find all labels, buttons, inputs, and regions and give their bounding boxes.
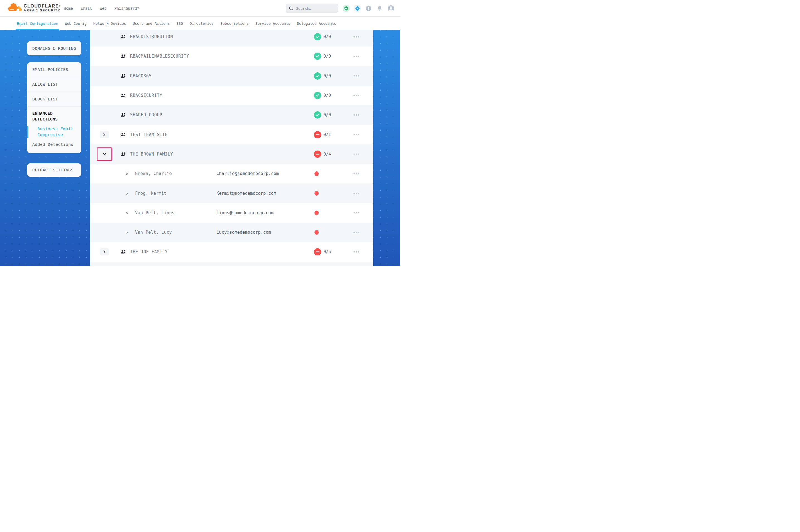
group-people-icon [121,54,126,58]
table-row-member[interactable]: > Van Pelt, Lucy Lucy@somedemocorp.com [90,223,373,242]
status-badge [314,131,321,138]
member-email: Lucy@somedemocorp.com [216,230,271,235]
expand-toggle-button[interactable] [100,131,109,138]
member-count: 0/5 [323,249,331,254]
table-row-group[interactable]: RBACO365 0/0 [90,66,373,86]
group-people-icon [121,250,126,254]
cloudflare-logo[interactable]: CLOUDFLARE® AREA 1 SECURITY [7,2,61,13]
table-row-group[interactable]: THE JOE FAMILY 0/5 [90,242,373,262]
tab[interactable]: Service Accounts [255,17,290,30]
nav-item[interactable]: PhishGuard™ [114,6,139,11]
member-name: Van Pelt, Linus [135,210,175,215]
row-menu-icon[interactable] [353,173,359,174]
member-name: Frog, Kermit [135,191,167,196]
sidebar-item-block-list[interactable]: BLOCK LIST [27,92,81,107]
tab[interactable]: Delegated Accounts [297,17,336,30]
brand-line2: AREA 1 SECURITY [24,8,61,13]
expand-toggle-button[interactable] [100,151,109,158]
member-caret-icon[interactable]: > [126,230,128,234]
sidebar-item-business-email-compromise[interactable]: Business Email Compromise [27,126,77,138]
table-row-group[interactable]: RBACDISTRUBUTION 0/0 [90,30,373,46]
top-header: CLOUDFLARE® AREA 1 SECURITY Home Email W… [0,0,400,17]
member-count: 0/0 [323,54,331,59]
nav-item[interactable]: Web [100,6,106,11]
search-box[interactable] [286,4,338,13]
group-name: SHARED_GROUP [130,112,162,117]
table-row-group[interactable]: THE BROWN FAMILY 0/4 [90,145,373,164]
content-area: DOMAINS & ROUTING EMAIL POLICIES ALLOW L… [0,30,400,266]
member-status-dot [314,171,319,176]
row-menu-icon[interactable] [353,134,359,135]
groups-table-panel: RBACDISTRUBUTION 0/0 RBACM [90,30,373,266]
group-name: RBACMAILENABLESECURITY [130,54,189,59]
user-avatar-icon[interactable] [387,5,395,12]
sidebar-item-allow-list[interactable]: ALLOW LIST [27,77,81,92]
groups-table-rows: RBACDISTRUBUTION 0/0 RBACM [90,30,373,266]
status-badge [314,151,321,158]
table-row-group[interactable]: SHARED_GROUP 0/0 [90,105,373,125]
tab[interactable]: Directories [190,17,214,30]
group-name: THE JOE FAMILY [130,249,168,254]
group-people-icon [121,132,126,137]
tab[interactable]: SSO [176,17,183,30]
sidebar-card-retract-settings[interactable]: RETRACT SETTINGS [27,163,81,177]
shield-check-icon[interactable] [343,5,350,12]
table-row-member[interactable]: > Van Pelt, Linus Linus@somedemocorp.com [90,203,373,223]
member-email: Charlie@somedemocorp.com [216,171,279,176]
tab[interactable]: Users and Actions [132,17,170,30]
group-people-icon [121,74,126,78]
table-row-member[interactable]: > Brown, Charlie Charlie@somedemocorp.co… [90,164,373,183]
tab[interactable]: Subscriptions [220,17,249,30]
row-menu-icon[interactable] [353,192,359,194]
table-row-group[interactable]: RBACMAILENABLESECURITY 0/0 [90,46,373,66]
bell-icon[interactable] [376,5,383,12]
member-count: 0/1 [323,132,331,137]
row-menu-icon[interactable] [353,56,359,57]
member-caret-icon[interactable]: > [126,172,128,176]
sidebar-item-retract-settings[interactable]: RETRACT SETTINGS [27,168,74,172]
row-menu-icon[interactable] [353,95,359,96]
status-badge [314,53,321,60]
sidebar-item-label: Business Email Compromise [37,126,74,138]
expand-toggle-button[interactable] [100,248,109,255]
nav-item[interactable]: Email [81,6,92,11]
table-row-group[interactable]: TEST TEAM SITE 0/1 [90,125,373,144]
sidebar-item-email-policies[interactable]: EMAIL POLICIES [27,62,81,77]
row-menu-icon[interactable] [353,251,359,253]
section-tabbar: Email Configuration Web Config Network D… [0,17,400,30]
tab[interactable]: Email Configuration [17,17,58,30]
help-icon[interactable]: ? [365,5,372,12]
gear-icon[interactable] [354,5,361,12]
sidebar-card-email-policies: EMAIL POLICIES ALLOW LIST BLOCK LIST ENH… [27,62,81,153]
sidebar-card-domains-routing[interactable]: DOMAINS & ROUTING [27,41,81,55]
search-input[interactable] [295,6,334,11]
group-name: THE BROWN FAMILY [130,152,173,157]
row-menu-icon[interactable] [353,154,359,155]
sidebar-header-enhanced-detections: ENHANCED DETECTIONS [32,111,77,122]
member-count: 0/0 [323,74,331,78]
sidebar-item-added-detections[interactable]: Added Detections [32,141,77,148]
active-indicator-bar [27,126,29,138]
group-name: TEST TEAM SITE [130,132,168,137]
table-row-member[interactable]: > Frog, Kermit Kermit@somedemocorp.com [90,183,373,203]
member-status-dot [314,191,319,196]
member-caret-icon[interactable]: > [126,211,128,215]
registered-mark: ® [59,5,61,7]
tab[interactable]: Network Devices [93,17,126,30]
table-row-group[interactable]: RBACSECURITY 0/0 [90,86,373,105]
member-count: 0/0 [323,93,331,98]
member-name: Van Pelt, Lucy [135,230,172,235]
nav-item[interactable]: Home [64,6,73,11]
row-menu-icon[interactable] [353,212,359,214]
row-menu-icon[interactable] [353,36,359,38]
tab[interactable]: Web Config [65,17,87,30]
row-menu-icon[interactable] [353,114,359,116]
brand-line1: CLOUDFLARE [24,4,59,8]
primary-nav: Home Email Web PhishGuard™ [64,0,139,17]
row-menu-icon[interactable] [353,232,359,233]
member-caret-icon[interactable]: > [126,191,128,195]
row-menu-icon[interactable] [353,75,359,77]
status-badge [314,72,321,80]
table-row-partial [90,262,373,266]
sidebar-item-domains-routing[interactable]: DOMAINS & ROUTING [27,46,76,51]
